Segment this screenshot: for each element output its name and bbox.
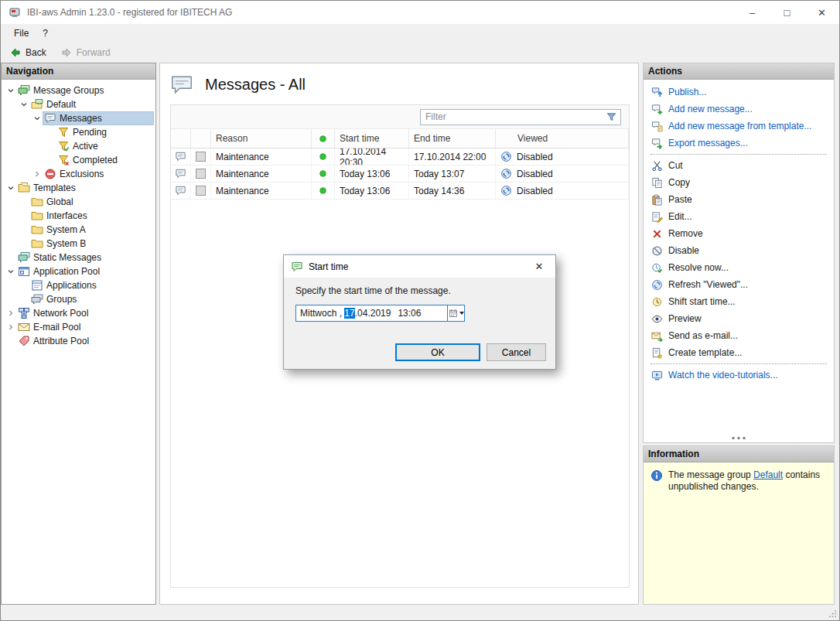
cancel-button[interactable]: Cancel (487, 343, 546, 361)
tree-item-system-a[interactable]: System A (2, 223, 155, 237)
table-row[interactable]: Maintenance17.10.2014 20:3017.10.2014 22… (171, 148, 629, 165)
action-paste[interactable]: Paste (644, 191, 834, 208)
menu-help[interactable]: ? (36, 26, 55, 40)
dialog-buttons: OK Cancel (395, 343, 546, 361)
tree-item-application-pool[interactable]: Application Pool (2, 264, 155, 278)
tree-item-exclusions[interactable]: Exclusions (2, 167, 155, 181)
window-title: IBI-aws Admin 1.23.0 - registered for IB… (27, 7, 232, 18)
column-start-time[interactable]: Start time (335, 129, 409, 148)
start-time-picker[interactable]: Mittwoch , 17.04.201913:06 (295, 305, 465, 322)
chevron-down-icon[interactable] (5, 183, 16, 194)
tree-item-interfaces[interactable]: Interfaces (2, 209, 155, 223)
actions-overflow-indicator[interactable] (732, 437, 746, 439)
action-cut[interactable]: Cut (644, 157, 834, 174)
chevron-right-icon[interactable] (31, 169, 43, 180)
row-checkbox[interactable] (196, 169, 206, 179)
tree-item-applications[interactable]: Applications (2, 278, 155, 292)
chevron-spacer (18, 224, 29, 236)
action-refresh-viewed[interactable]: Refresh "Viewed"... (644, 276, 834, 293)
action-copy[interactable]: Copy (644, 174, 834, 191)
date-text: Mittwoch , 17.04.201913:06 (296, 308, 421, 319)
action-create-template[interactable]: Create template... (644, 344, 834, 361)
tree-item-network-pool[interactable]: Network Pool (2, 306, 155, 320)
tree-item-label: Network Pool (33, 308, 91, 319)
exclusions-icon (44, 168, 56, 180)
action-add-new-message-from-template[interactable]: Add new message from template... (644, 118, 834, 135)
row-message-icon (175, 151, 186, 162)
tree-item-e-mail-pool[interactable]: E-mail Pool (2, 320, 155, 334)
column-viewed[interactable]: Viewed (496, 129, 629, 148)
column-checkbox[interactable] (191, 129, 211, 148)
date-day-selected[interactable]: 17 (344, 308, 354, 319)
column-reason[interactable]: Reason (211, 129, 312, 148)
cell-message-icon (171, 183, 191, 199)
action-watch-the-video-tutorials[interactable]: Watch the video-tutorials... (644, 367, 834, 384)
chevron-right-icon[interactable] (5, 308, 16, 319)
action-export-messages[interactable]: Export messages... (644, 135, 834, 152)
tree-item-attribute-pool[interactable]: Attribute Pool (2, 334, 155, 348)
tree-item-body: Application Pool (16, 264, 154, 278)
chevron-down-icon[interactable] (5, 266, 16, 278)
resize-grip-icon[interactable] (828, 609, 837, 618)
action-remove[interactable]: Remove (644, 225, 834, 242)
add-message-template-icon (651, 121, 663, 132)
menu-file[interactable]: File (7, 26, 36, 40)
tree-item-label: System A (46, 224, 89, 235)
action-shift-start-time[interactable]: Shift start time... (644, 293, 834, 310)
cell-status (312, 165, 335, 182)
default-group-link[interactable]: Default (753, 469, 783, 480)
action-publish[interactable]: Publish... (644, 84, 834, 101)
chevron-right-icon[interactable] (5, 322, 16, 333)
dialog-close-button[interactable]: ✕ (523, 255, 555, 278)
back-button[interactable]: Back (5, 45, 53, 60)
chevron-down-icon[interactable] (18, 99, 29, 111)
tree-item-active[interactable]: Active (2, 139, 155, 153)
disable-icon (651, 245, 663, 257)
action-add-new-message[interactable]: Add new message... (644, 101, 834, 118)
column-status[interactable] (312, 129, 335, 148)
action-preview[interactable]: Preview (644, 310, 834, 327)
tree-item-message-groups[interactable]: Message Groups (2, 84, 155, 97)
tree-item-groups[interactable]: Groups (2, 292, 155, 306)
column-end-time[interactable]: End time (409, 129, 496, 148)
filter-input[interactable] (422, 111, 606, 122)
tree-item-pending[interactable]: Pending (2, 125, 155, 139)
time-value[interactable]: 13:06 (398, 308, 421, 319)
table-row[interactable]: MaintenanceToday 13:06Today 14:36Disable… (171, 183, 629, 200)
cell-status (312, 183, 335, 199)
chevron-down-icon[interactable] (31, 113, 43, 125)
tree-item-body: Static Messages (16, 251, 154, 264)
tree-item-global[interactable]: Global (2, 195, 155, 209)
column-message-icon[interactable] (171, 129, 191, 148)
ok-button[interactable]: OK (395, 343, 480, 361)
action-resolve-now[interactable]: Resolve now... (644, 259, 834, 276)
tree-item-label: Message Groups (33, 85, 107, 96)
send-email-icon (651, 330, 663, 342)
action-send-as-e-mail[interactable]: Send as e-mail... (644, 327, 834, 344)
tree-item-completed[interactable]: Completed (2, 153, 155, 167)
tree-item-static-messages[interactable]: Static Messages (2, 251, 155, 264)
tree-item-system-b[interactable]: System B (2, 237, 155, 251)
row-checkbox[interactable] (196, 186, 206, 196)
chevron-spacer (44, 127, 56, 138)
calendar-dropdown-button[interactable] (447, 305, 464, 321)
table-row[interactable]: MaintenanceToday 13:06Today 13:07Disable… (171, 165, 629, 183)
folder-icon (31, 210, 43, 222)
close-button[interactable]: ✕ (804, 1, 839, 24)
row-checkbox[interactable] (196, 152, 206, 162)
maximize-button[interactable]: □ (770, 1, 804, 24)
minimize-button[interactable]: – (735, 1, 770, 24)
action-edit[interactable]: Edit... (644, 208, 834, 225)
action-disable[interactable]: Disable (644, 242, 834, 259)
date-suffix[interactable]: .04.2019 (355, 308, 391, 319)
dialog-titlebar: Start time ✕ (284, 255, 555, 278)
date-prefix[interactable]: Mittwoch , (300, 308, 344, 319)
tree-item-default[interactable]: Default (2, 97, 155, 111)
forward-button[interactable]: Forward (56, 45, 118, 60)
chevron-down-icon[interactable] (5, 85, 16, 97)
filter-funnel-icon[interactable] (606, 111, 617, 123)
chevron-spacer (44, 155, 56, 166)
cell-text: Disabled (517, 186, 553, 196)
tree-item-templates[interactable]: Templates (2, 181, 155, 195)
tree-item-messages[interactable]: Messages (2, 111, 155, 125)
